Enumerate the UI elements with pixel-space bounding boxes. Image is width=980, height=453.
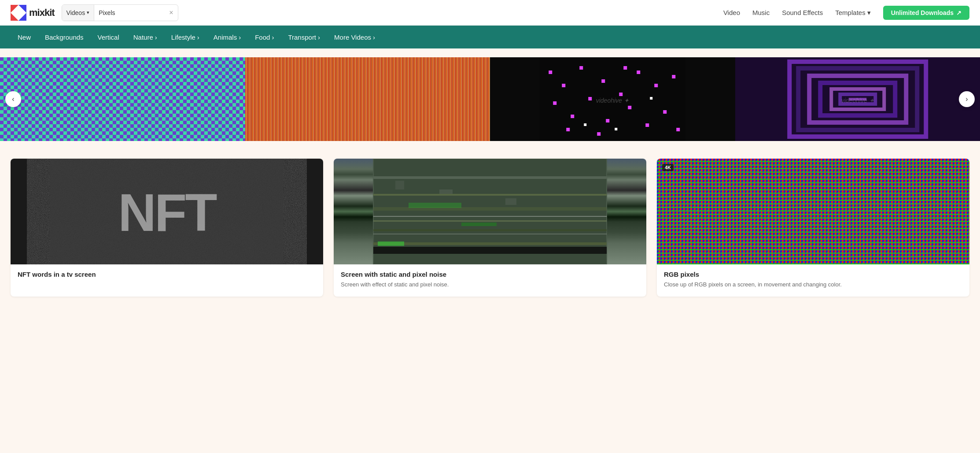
carousel-item-3[interactable]: videohive ✦ bbox=[490, 57, 735, 141]
nav-lifestyle-arrow-icon: › bbox=[197, 33, 199, 41]
templates-chevron-icon: ▾ bbox=[867, 9, 871, 17]
svg-rect-55 bbox=[395, 181, 404, 189]
nav-new[interactable]: New bbox=[11, 26, 38, 48]
svg-rect-6 bbox=[562, 84, 565, 87]
svg-rect-54 bbox=[373, 247, 607, 254]
carousel-item-2[interactable] bbox=[245, 57, 490, 141]
nav-backgrounds[interactable]: Backgrounds bbox=[38, 26, 91, 48]
nav-transport-label: Transport bbox=[288, 33, 316, 41]
nav-animals[interactable]: Animals › bbox=[206, 26, 248, 48]
video-thumb-nft[interactable]: NFT bbox=[11, 159, 323, 264]
video-title-glitch: Screen with static and pixel noise bbox=[341, 271, 639, 278]
logo[interactable]: mixkit bbox=[11, 5, 55, 21]
nav-vertical[interactable]: Vertical bbox=[91, 26, 126, 48]
nav-lifestyle[interactable]: Lifestyle › bbox=[164, 26, 206, 48]
dropdown-chevron-icon: ▾ bbox=[87, 10, 89, 15]
svg-rect-26 bbox=[615, 128, 617, 130]
nav-transport[interactable]: Transport › bbox=[281, 26, 327, 48]
carousel-prev-button[interactable]: ‹ bbox=[5, 91, 21, 107]
svg-rect-17 bbox=[628, 106, 631, 109]
video-card-glitch: Screen with static and pixel noise Scree… bbox=[334, 159, 646, 297]
svg-marker-3 bbox=[18, 13, 26, 21]
rgb-background bbox=[657, 159, 969, 264]
carousel-track: videohive ✦ videohive ✦ bbox=[0, 57, 980, 141]
svg-rect-44 bbox=[373, 194, 607, 196]
svg-rect-46 bbox=[373, 220, 607, 222]
svg-rect-5 bbox=[549, 71, 552, 74]
unlimited-label: Unlimited Downloads bbox=[891, 9, 954, 16]
carousel-item-1[interactable] bbox=[0, 57, 245, 141]
nav-food-arrow-icon: › bbox=[272, 33, 274, 41]
nav-more-videos[interactable]: More Videos › bbox=[327, 26, 382, 48]
nav-animals-arrow-icon: › bbox=[239, 33, 241, 41]
svg-marker-1 bbox=[18, 5, 26, 13]
svg-rect-15 bbox=[588, 97, 592, 100]
svg-rect-48 bbox=[373, 242, 607, 245]
video-desc-rgb: Close up of RGB pixels on a screen, in m… bbox=[664, 281, 962, 289]
pixel-dark-thumbnail: videohive ✦ bbox=[490, 57, 735, 141]
nav-food[interactable]: Food › bbox=[248, 26, 281, 48]
search-type-dropdown[interactable]: Videos ▾ bbox=[62, 5, 95, 21]
dark-pixels-svg: videohive ✦ bbox=[490, 57, 735, 141]
glitch-background bbox=[334, 159, 646, 264]
svg-rect-53 bbox=[373, 234, 607, 234]
svg-rect-21 bbox=[597, 132, 601, 136]
svg-rect-51 bbox=[378, 241, 404, 246]
svg-rect-14 bbox=[571, 115, 574, 118]
nav-video[interactable]: Video bbox=[723, 9, 740, 16]
carousel-item-4[interactable]: videohive ✦ bbox=[735, 57, 980, 141]
svg-rect-18 bbox=[645, 123, 649, 127]
nav-nature[interactable]: Nature › bbox=[126, 26, 164, 48]
carousel-next-button[interactable]: › bbox=[959, 91, 975, 107]
nav-new-label: New bbox=[18, 33, 31, 41]
svg-rect-10 bbox=[637, 71, 640, 74]
nav-transport-arrow-icon: › bbox=[318, 33, 320, 41]
svg-rect-52 bbox=[373, 216, 607, 217]
carousel-section: ‹ bbox=[0, 48, 980, 150]
search-type-label: Videos bbox=[66, 9, 85, 16]
nav-more-videos-arrow-icon: › bbox=[373, 33, 375, 41]
svg-rect-19 bbox=[663, 110, 667, 114]
spiral-svg: videohive ✦ bbox=[735, 57, 980, 141]
unlimited-downloads-button[interactable]: Unlimited Downloads ↗ bbox=[883, 6, 969, 20]
svg-rect-47 bbox=[373, 229, 607, 231]
header-nav: Video Music Sound Effects Templates ▾ Un… bbox=[723, 6, 969, 20]
svg-rect-24 bbox=[584, 123, 586, 126]
svg-rect-7 bbox=[579, 66, 583, 70]
svg-text:NFT: NFT bbox=[118, 183, 217, 242]
search-clear-button[interactable]: × bbox=[165, 9, 177, 17]
nav-templates-label: Templates bbox=[835, 9, 865, 16]
svg-rect-45 bbox=[373, 207, 607, 211]
svg-rect-20 bbox=[566, 128, 570, 131]
video-title-rgb: RGB pixels bbox=[664, 271, 962, 278]
svg-rect-43 bbox=[373, 176, 607, 179]
nav-lifestyle-label: Lifestyle bbox=[171, 33, 195, 41]
nav-sound-effects[interactable]: Sound Effects bbox=[782, 9, 823, 16]
site-header: mixkit Videos ▾ × Video Music Sound Effe… bbox=[0, 0, 980, 26]
svg-text:videohive ✦: videohive ✦ bbox=[841, 97, 874, 104]
svg-rect-56 bbox=[439, 189, 453, 194]
chevron-right-icon: › bbox=[965, 95, 968, 103]
nav-music[interactable]: Music bbox=[752, 9, 770, 16]
svg-rect-22 bbox=[623, 66, 627, 70]
pixel-orange-thumbnail bbox=[245, 57, 490, 141]
svg-rect-50 bbox=[461, 223, 497, 226]
nft-background: NFT bbox=[11, 159, 323, 264]
svg-rect-49 bbox=[409, 203, 461, 208]
pixel-spiral-thumbnail: videohive ✦ bbox=[735, 57, 980, 141]
chevron-left-icon: ‹ bbox=[12, 95, 14, 103]
svg-rect-8 bbox=[601, 79, 605, 83]
nav-nature-arrow-icon: › bbox=[155, 33, 157, 41]
nav-templates[interactable]: Templates ▾ bbox=[835, 9, 870, 17]
nav-vertical-label: Vertical bbox=[98, 33, 119, 41]
svg-rect-13 bbox=[553, 101, 556, 105]
4k-badge: 4K bbox=[662, 164, 674, 171]
search-input[interactable] bbox=[94, 5, 165, 21]
svg-rect-25 bbox=[650, 97, 652, 100]
video-thumb-rgb[interactable]: 4K bbox=[657, 159, 969, 264]
video-thumb-glitch[interactable] bbox=[334, 159, 646, 264]
svg-rect-23 bbox=[676, 128, 680, 131]
video-grid: NFT NFT words in a tv screen bbox=[0, 150, 980, 314]
nav-animals-label: Animals bbox=[214, 33, 237, 41]
video-card-nft: NFT NFT words in a tv screen bbox=[11, 159, 323, 297]
